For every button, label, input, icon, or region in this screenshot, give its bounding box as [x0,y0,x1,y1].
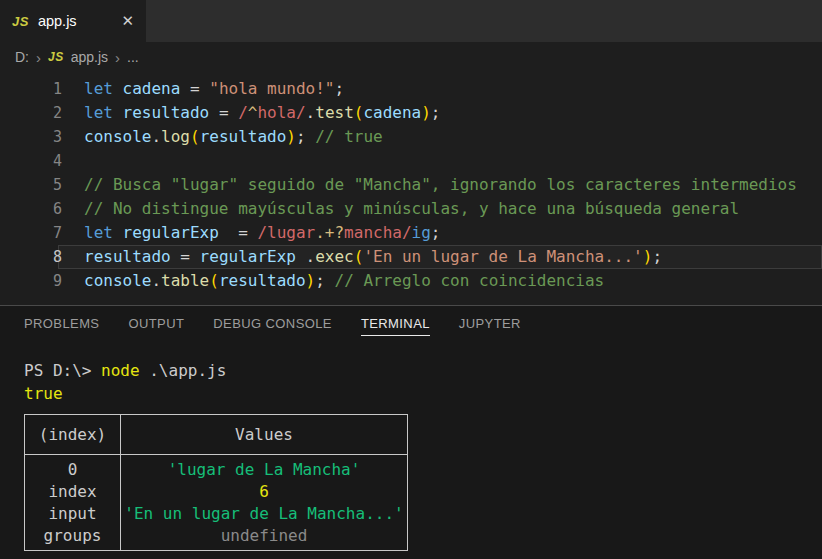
code-line-9[interactable]: 9console.table(resultado); // Arreglo co… [0,269,822,293]
chevron-right-icon: › [36,49,41,66]
table-row-value: 'lugar de La Mancha' [121,459,407,481]
close-tab-icon[interactable]: ✕ [121,12,134,30]
terminal-output: PS D:\> node .\app.jstrue [24,359,822,405]
code-editor[interactable]: 1let cadena = "hola mundo!";2let resulta… [0,72,822,305]
table-header-values: Values [121,415,407,454]
code-line-2[interactable]: 2let resultado = /^hola/.test(cadena); [0,101,822,125]
table-row-key: input [25,503,120,525]
code-text: let resultado = /^hola/.test(cadena); [62,101,441,125]
line-number[interactable]: 6 [0,197,62,221]
line-number[interactable]: 1 [0,77,62,101]
table-row-key: 0 [25,459,120,481]
editor-tab-bar: JS app.js ✕ [0,0,822,42]
terminal[interactable]: PS D:\> node .\app.jstrue (index) Values… [0,359,822,551]
line-number[interactable]: 9 [0,269,62,293]
panel-tab-problems[interactable]: PROBLEMS [24,316,99,336]
code-lines: 1let cadena = "hola mundo!";2let resulta… [0,77,822,293]
table-row-key: index [25,481,120,503]
table-header-index: (index) [25,415,121,454]
code-line-7[interactable]: 7let regularExp = /lugar.+?mancha/ig; [0,221,822,245]
terminal-line: true [24,382,822,405]
panel-tab-terminal[interactable]: TERMINAL [361,316,430,336]
tab-app-js[interactable]: JS app.js ✕ [0,0,146,42]
line-number[interactable]: 8 [0,245,62,269]
code-line-3[interactable]: 3console.log(resultado); // true [0,125,822,149]
table-row-value: 'En un lugar de La Mancha...' [121,503,407,525]
chevron-right-icon: › [115,49,120,66]
line-number[interactable]: 7 [0,221,62,245]
code-line-1[interactable]: 1let cadena = "hola mundo!"; [0,77,822,101]
code-text: // No distingue mayúsculas y minúsculas,… [62,197,739,221]
code-line-4[interactable]: 4 [0,149,822,173]
breadcrumb-more[interactable]: ... [127,49,139,65]
breadcrumb-file[interactable]: app.js [71,49,108,65]
javascript-file-icon: JS [48,50,64,64]
line-number[interactable]: 3 [0,125,62,149]
code-text: // Busca "lugar" seguido de "Mancha", ig… [62,173,797,197]
table-index-column: 0indexinputgroups [25,455,121,550]
code-line-8[interactable]: 8resultado = regularExp .exec('En un lug… [0,245,822,269]
javascript-file-icon: JS [12,14,29,29]
table-row-value: 6 [121,481,407,503]
panel-tab-bar: PROBLEMSOUTPUTDEBUG CONSOLETERMINALJUPYT… [0,306,822,346]
code-text: resultado = regularExp .exec('En un luga… [62,245,662,269]
tab-title: app.js [38,13,77,29]
bottom-panel: PROBLEMSOUTPUTDEBUG CONSOLETERMINALJUPYT… [0,305,822,559]
panel-tab-jupyter[interactable]: JUPYTER [459,316,521,336]
line-number[interactable]: 4 [0,149,62,173]
table-row-value: undefined [121,525,407,547]
console-table: (index) Values 0indexinputgroups 'lugar … [24,414,408,551]
code-text: let regularExp = /lugar.+?mancha/ig; [62,221,440,245]
breadcrumb-drive[interactable]: D: [15,49,29,65]
terminal-line: PS D:\> node .\app.js [24,359,822,382]
line-number[interactable]: 2 [0,101,62,125]
code-text [62,149,84,173]
breadcrumb: D: › JS app.js › ... [0,42,822,72]
vscode-window: JS app.js ✕ D: › JS app.js › ... 1let ca… [0,0,822,559]
code-text: console.log(resultado); // true [62,125,383,149]
table-header-row: (index) Values [25,415,407,455]
table-body: 0indexinputgroups 'lugar de La Mancha'6'… [25,455,407,550]
panel-tab-debug-console[interactable]: DEBUG CONSOLE [213,316,332,336]
line-number[interactable]: 5 [0,173,62,197]
code-text: let cadena = "hola mundo!"; [62,77,344,101]
table-values-column: 'lugar de La Mancha'6'En un lugar de La … [121,455,407,550]
panel-tab-output[interactable]: OUTPUT [128,316,184,336]
code-line-6[interactable]: 6// No distingue mayúsculas y minúsculas… [0,197,822,221]
table-row-key: groups [25,525,120,547]
code-line-5[interactable]: 5// Busca "lugar" seguido de "Mancha", i… [0,173,822,197]
code-text: console.table(resultado); // Arreglo con… [62,269,604,293]
